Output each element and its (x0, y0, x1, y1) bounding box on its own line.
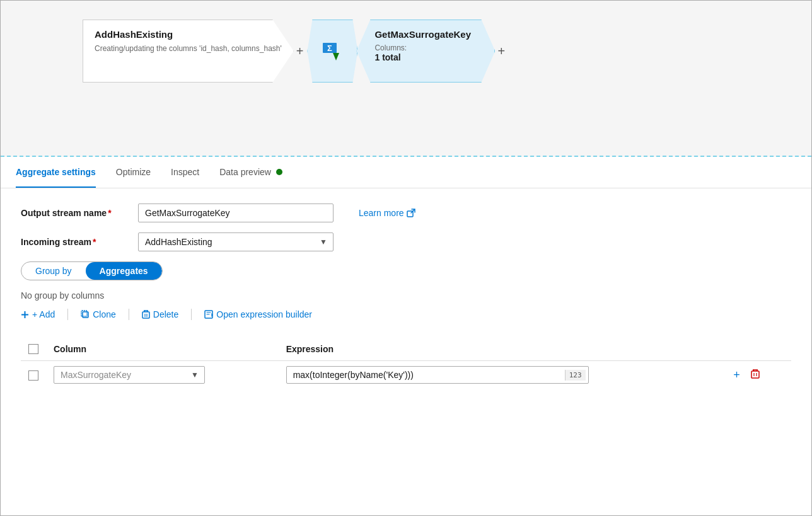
tab-bar: Aggregate settings Optimize Inspect Data… (1, 157, 811, 188)
expr-input-wrapper: 123 (286, 366, 589, 384)
row-actions-cell: + (722, 361, 791, 389)
row-checkbox[interactable] (28, 370, 38, 381)
node-add-hash[interactable]: AddHashExisting Creating/updating the co… (83, 20, 294, 83)
header-checkbox-cell (21, 337, 46, 361)
column-select[interactable]: MaxSurrogateKey (54, 366, 205, 384)
add-icon (21, 311, 29, 319)
toggle-group: Group by Aggregates (21, 261, 163, 280)
clone-button[interactable]: Clone (81, 307, 116, 322)
tab-aggregate-settings[interactable]: Aggregate settings (16, 157, 96, 188)
row-column-cell: MaxSurrogateKey ▼ (46, 361, 279, 389)
required-star-incoming: * (93, 237, 96, 247)
flow-container: AddHashExisting Creating/updating the co… (83, 20, 509, 83)
agg-icon-node[interactable]: Σ (307, 20, 357, 83)
node1-desc: Creating/updating the columns 'id_hash, … (95, 43, 282, 54)
expression-input[interactable] (287, 367, 565, 383)
row-add-button[interactable]: + (729, 367, 744, 383)
row-expression-cell: 123 (279, 361, 722, 389)
column-header: Column (46, 337, 279, 361)
sep1 (67, 309, 68, 320)
row-checkbox-cell (21, 361, 46, 389)
expression-builder-icon (204, 310, 213, 319)
form-area: Output stream name* Learn more Incoming … (1, 188, 811, 404)
row-delete-button[interactable] (746, 367, 764, 382)
row-actions: + (729, 367, 784, 383)
node1-title: AddHashExisting (95, 29, 282, 40)
aggregates-table: Column Expression MaxSurrogateKey (21, 337, 791, 389)
tab-inspect[interactable]: Inspect (171, 157, 199, 188)
output-stream-label: Output stream name* (21, 208, 128, 218)
data-preview-dot (276, 169, 282, 175)
group-by-button[interactable]: Group by (21, 262, 86, 280)
action-bar: + Add Clone Delete (21, 307, 791, 322)
output-stream-input[interactable] (138, 204, 334, 222)
output-stream-row: Output stream name* Learn more (21, 204, 791, 222)
header-checkbox[interactable] (28, 344, 38, 354)
agg-icon: Σ (320, 38, 345, 64)
add-button[interactable]: + Add (21, 307, 55, 322)
aggregates-button[interactable]: Aggregates (86, 262, 162, 280)
plus1: + (293, 44, 308, 59)
sep3 (191, 309, 192, 320)
incoming-stream-select[interactable]: AddHashExisting (138, 232, 334, 251)
col-select-wrapper: MaxSurrogateKey ▼ (54, 366, 205, 384)
tab-optimize[interactable]: Optimize (116, 157, 151, 188)
required-star-output: * (108, 208, 111, 218)
incoming-stream-row: Incoming stream* AddHashExisting ▼ (21, 232, 791, 251)
expression-header: Expression (279, 337, 722, 361)
no-group-msg: No group by columns (21, 290, 791, 301)
plus2: + (494, 44, 509, 59)
incoming-stream-label: Incoming stream* (21, 237, 128, 247)
table-header-row: Column Expression (21, 337, 791, 361)
external-link-icon (407, 209, 415, 217)
row-trash-icon (750, 369, 760, 379)
expr-badge: 123 (565, 370, 586, 381)
svg-marker-2 (333, 53, 339, 60)
canvas-area: AddHashExisting Creating/updating the co… (1, 1, 811, 157)
svg-rect-15 (751, 371, 759, 378)
node3-columns-label: Columns: 1 total (374, 43, 483, 62)
table-row: MaxSurrogateKey ▼ 123 + (21, 361, 791, 389)
node3-title: GetMaxSurrogateKey (374, 29, 483, 40)
open-expression-builder-button[interactable]: Open expression builder (204, 307, 312, 322)
svg-rect-8 (142, 312, 149, 318)
bottom-panel: Aggregate settings Optimize Inspect Data… (1, 157, 811, 516)
svg-text:Σ: Σ (328, 43, 333, 53)
actions-header (722, 337, 791, 361)
clone-icon (81, 310, 90, 319)
delete-icon (142, 310, 150, 319)
sep2 (129, 309, 129, 320)
learn-more-link[interactable]: Learn more (359, 208, 415, 218)
tab-data-preview[interactable]: Data preview (219, 157, 282, 188)
incoming-stream-select-wrapper: AddHashExisting ▼ (138, 232, 334, 251)
delete-button[interactable]: Delete (142, 307, 178, 322)
node3-columns-value: 1 total (374, 52, 483, 62)
node-get-max[interactable]: GetMaxSurrogateKey Columns: 1 total (356, 20, 495, 83)
